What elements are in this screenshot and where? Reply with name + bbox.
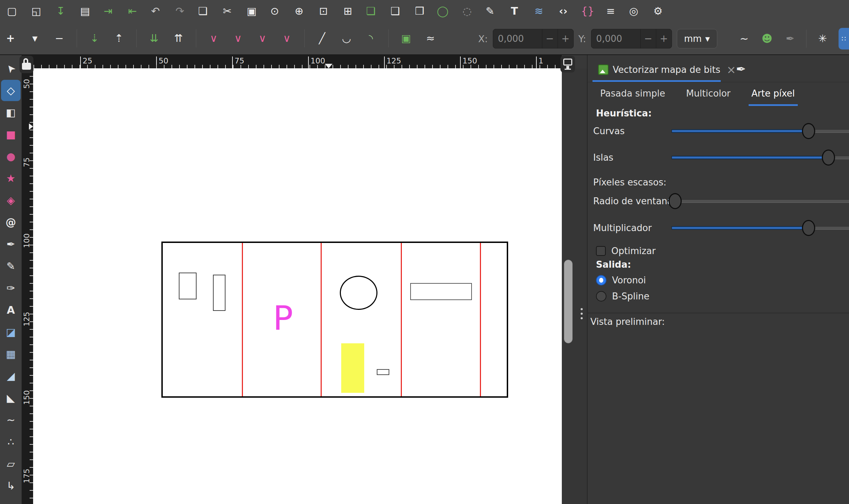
yellow-rect[interactable]	[341, 343, 364, 393]
create-clone-icon[interactable]: ❑	[388, 6, 402, 16]
tab-pasada-simple[interactable]: Pasada simple	[597, 82, 668, 106]
window-radius-slider[interactable]	[672, 199, 849, 203]
horizontal-ruler[interactable]: 2550751001251501	[22, 55, 562, 68]
copy-icon[interactable]: ❏	[196, 6, 210, 16]
fill-stroke-dialog-icon[interactable]: ✎	[483, 6, 497, 16]
export-icon[interactable]: ⇤	[125, 6, 139, 16]
symmetric-node-icon[interactable]: ∨	[255, 33, 269, 44]
align-distribute-icon[interactable]: ≡	[604, 6, 618, 16]
layers-dialog-icon[interactable]: ≋	[532, 6, 546, 16]
duplicate-icon[interactable]: ❏	[364, 6, 378, 16]
insert-node-menu-icon[interactable]: ▾	[28, 33, 42, 44]
tool-pencil[interactable]: ✎	[1, 255, 21, 277]
flatten-path-icon[interactable]: ≈	[423, 33, 437, 44]
xml-editor-icon[interactable]: ‹›	[556, 6, 570, 16]
cut-icon[interactable]: ✂	[220, 6, 234, 16]
ungroup-icon[interactable]: ◌	[460, 6, 474, 16]
wide-rect[interactable]	[410, 283, 472, 300]
tab-paint-dialog[interactable]: ✒	[730, 59, 752, 79]
zoom-expand-icon[interactable]: ✳	[816, 33, 829, 44]
islands-slider-handle[interactable]	[822, 150, 835, 166]
show-handles-icon[interactable]: ∼	[737, 33, 751, 44]
zoom-selection-icon[interactable]: ⊙	[268, 6, 282, 16]
corner-node-icon[interactable]: ∨	[207, 33, 221, 44]
optimize-checkbox[interactable]	[596, 246, 606, 256]
panel-resize-handle[interactable]	[579, 308, 584, 319]
curves-slider-handle[interactable]	[802, 123, 815, 139]
undo-icon[interactable]: ↶	[148, 6, 162, 16]
print-icon[interactable]: ▤	[78, 6, 92, 16]
x-coordinate-value[interactable]: 0,000	[493, 33, 542, 44]
drawing-canvas[interactable]: P	[33, 68, 562, 504]
smooth-node-icon[interactable]: ∨	[231, 33, 245, 44]
tool-connector[interactable]: ↳	[1, 475, 21, 496]
vertical-scrollbar[interactable]	[564, 260, 573, 343]
tool-shape-builder[interactable]: ◧	[1, 102, 21, 123]
edit-masks-icon[interactable]: ☻	[760, 33, 774, 44]
islands-slider[interactable]	[672, 156, 849, 159]
zoom-page-icon[interactable]: ⊡	[316, 6, 330, 16]
paste-icon[interactable]: ▣	[245, 6, 259, 16]
y-increment-button[interactable]: +	[656, 29, 672, 48]
delete-segment-icon[interactable]: ⇈	[171, 33, 185, 44]
snap-controls-toggle[interactable]: ∷	[839, 28, 849, 49]
tool-paint-bucket[interactable]: ◣	[1, 387, 21, 408]
tool-ellipse[interactable]: ●	[1, 146, 21, 167]
show-outline-icon[interactable]: ✒	[783, 33, 797, 44]
x-increment-button[interactable]: +	[558, 29, 573, 48]
preferences-icon[interactable]: ⚙	[651, 6, 665, 16]
delete-node-icon[interactable]: −	[52, 33, 66, 44]
tiny-rect[interactable]	[377, 369, 389, 375]
new-document-icon[interactable]: ▢	[5, 6, 19, 16]
auto-smooth-node-icon[interactable]: ∨	[280, 33, 294, 44]
small-rect-2[interactable]	[213, 275, 225, 311]
tool-selector[interactable]: ➤	[1, 58, 21, 79]
bspline-radio[interactable]	[596, 291, 606, 301]
tool-spiral[interactable]: @	[1, 212, 21, 233]
zoom-drawing-icon[interactable]: ⊕	[292, 6, 306, 16]
save-document-icon[interactable]: ↧	[54, 6, 68, 16]
tab-arte-píxel[interactable]: Arte píxel	[749, 82, 797, 106]
curves-slider[interactable]	[672, 129, 849, 133]
tool-calligraphy[interactable]: ✑	[1, 277, 21, 299]
unlink-clone-icon[interactable]: ❒	[413, 6, 427, 16]
redo-icon[interactable]: ↷	[173, 6, 187, 16]
tab-multicolor[interactable]: Multicolor	[683, 82, 733, 106]
unit-dropdown[interactable]: mm ▾	[677, 29, 717, 48]
tool-eraser[interactable]: ▱	[1, 453, 21, 474]
tool-tweak[interactable]: ∼	[1, 409, 21, 430]
insert-node-icon[interactable]: +	[3, 33, 17, 44]
letter-p[interactable]: P	[273, 301, 293, 335]
voronoi-radio[interactable]	[596, 275, 606, 285]
tool-star[interactable]: ★	[1, 168, 21, 189]
join-segment-icon[interactable]: ⇊	[147, 33, 161, 44]
x-decrement-button[interactable]: −	[542, 29, 558, 48]
tool-mesh[interactable]: ▦	[1, 343, 21, 365]
tool-dropper[interactable]: ◢	[1, 365, 21, 387]
tool-pen[interactable]: ✒	[1, 234, 21, 255]
zoom-center-page-icon[interactable]: ⊞	[341, 6, 355, 16]
tool-3d-box[interactable]: ◈	[1, 190, 21, 211]
x-coordinate-input[interactable]: 0,000 − +	[493, 29, 574, 48]
tab-trace-bitmap[interactable]: Vectorizar mapa de bits ×	[592, 57, 721, 82]
curve-segment-icon[interactable]: ◡	[339, 33, 353, 44]
find-replace-icon[interactable]: ◎	[627, 6, 641, 16]
tool-rectangle[interactable]: ■	[1, 124, 21, 145]
y-coordinate-input[interactable]: 0,000 − +	[591, 29, 672, 48]
text-dialog-icon[interactable]: T	[507, 6, 521, 16]
object-properties-icon[interactable]: {}	[581, 6, 595, 16]
group-icon[interactable]: ◯	[436, 6, 450, 16]
open-document-icon[interactable]: ◱	[29, 6, 43, 16]
import-icon[interactable]: ⇥	[101, 6, 115, 16]
tool-text[interactable]: A	[1, 299, 21, 321]
circle[interactable]	[340, 276, 377, 310]
y-decrement-button[interactable]: −	[640, 29, 656, 48]
line-segment-icon[interactable]: ╱	[315, 33, 329, 44]
object-to-path-icon[interactable]: ▣	[399, 33, 413, 44]
vertical-ruler[interactable]: 5075100125150175	[22, 68, 33, 504]
window-radius-slider-handle[interactable]	[668, 193, 682, 209]
break-nodes-icon[interactable]: ⇡	[112, 33, 126, 44]
lock-guides-button[interactable]	[20, 56, 33, 73]
tool-spray[interactable]: ∴	[1, 431, 21, 452]
display-mode-button[interactable]	[560, 56, 575, 72]
